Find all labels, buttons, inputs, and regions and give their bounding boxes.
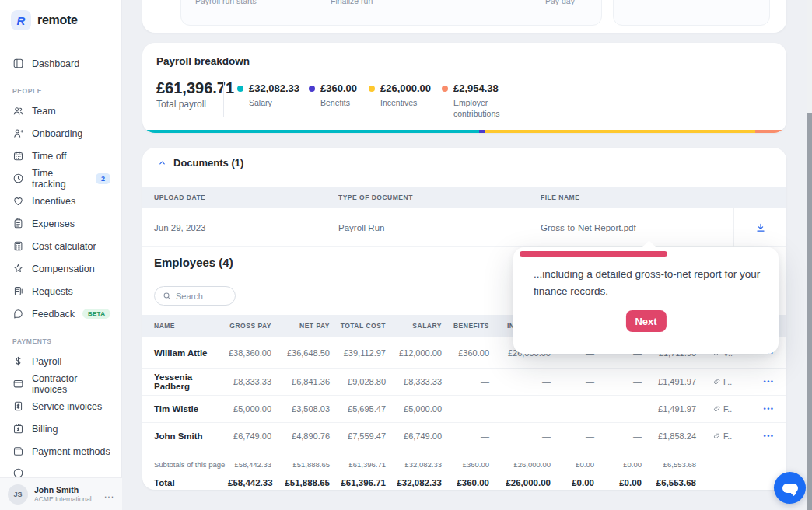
row-actions-button[interactable]: ••• bbox=[764, 378, 775, 386]
document-upload-date: Jun 29, 2023 bbox=[142, 223, 338, 232]
sidebar-item-time-tracking[interactable]: Time tracking 2 bbox=[0, 167, 121, 190]
clock-icon bbox=[12, 173, 24, 184]
tour-tooltip: ...including a detailed gross-to-net rep… bbox=[513, 247, 779, 354]
column-header: NAME bbox=[142, 322, 228, 330]
payroll-breakdown-stacked-bar bbox=[142, 130, 786, 133]
paperclip-icon bbox=[713, 378, 721, 386]
remote-logo[interactable]: R remote bbox=[0, 0, 121, 38]
user-plus-icon bbox=[12, 128, 24, 139]
payroll-timeline-card: Payroll run starts Finalize run Pay day bbox=[142, 0, 786, 33]
employer-contributions-dot-icon bbox=[442, 86, 448, 92]
remote-logo-icon: R bbox=[11, 10, 31, 30]
sidebar-section-people: PEOPLE bbox=[12, 87, 109, 95]
sidebar-item-contractor-invoices[interactable]: Contractor invoices bbox=[0, 372, 121, 395]
total-row: Total £58,442.33 £51,888.65 £61,396.71 £… bbox=[142, 473, 786, 490]
sidebar: R remote Dashboard PEOPLE Team Onboardin… bbox=[0, 0, 122, 510]
documents-collapse-toggle[interactable]: Documents (1) bbox=[158, 157, 243, 169]
sidebar-item-dashboard[interactable]: Dashboard bbox=[0, 52, 121, 75]
scrollbar-thumb[interactable] bbox=[807, 113, 812, 510]
download-icon bbox=[755, 222, 766, 233]
download-button[interactable] bbox=[733, 208, 786, 247]
attachment-cell[interactable]: F.. bbox=[701, 404, 751, 414]
incentives-amount: £26,000.00 bbox=[380, 82, 431, 94]
scrollbar-track[interactable] bbox=[807, 0, 812, 510]
team-icon bbox=[12, 105, 24, 117]
column-header: SALARY bbox=[390, 322, 446, 330]
sidebar-item-label: Billing bbox=[32, 424, 58, 435]
invoice-icon bbox=[12, 400, 24, 412]
legend-employer-contributions: £2,954.38 Employer contributions bbox=[442, 82, 517, 119]
star-icon bbox=[12, 263, 24, 274]
attachment-cell[interactable]: F.. bbox=[701, 377, 751, 386]
timeline-step-label: Pay day bbox=[545, 0, 575, 5]
sidebar-item-onboarding[interactable]: Onboarding bbox=[0, 122, 121, 145]
column-header: TOTAL COST bbox=[334, 322, 390, 330]
sidebar-item-feedback[interactable]: Feedback BETA bbox=[0, 302, 121, 325]
benefits-amount: £360.00 bbox=[320, 82, 357, 94]
benefits-dot-icon bbox=[309, 86, 315, 92]
sidebar-item-label: Incentives bbox=[32, 196, 75, 207]
sidebar-item-label: Payment methods bbox=[32, 446, 110, 457]
timeline-side-panel bbox=[613, 0, 770, 26]
table-row[interactable]: John Smith £6,749.00 £4,890.76 £7,559.47… bbox=[142, 422, 786, 449]
row-actions-button[interactable]: ••• bbox=[764, 405, 775, 413]
avatar: JS bbox=[8, 484, 28, 505]
sidebar-item-label: Expenses bbox=[32, 218, 75, 229]
next-button[interactable]: Next bbox=[625, 310, 666, 332]
sidebar-item-requests[interactable]: Requests bbox=[0, 280, 121, 302]
legend-incentives: £26,000.00 Incentives bbox=[369, 82, 431, 108]
sidebar-item-time-off[interactable]: Time off bbox=[0, 145, 121, 167]
row-actions-button[interactable]: ••• bbox=[764, 432, 775, 440]
sidebar-item-label: Onboarding bbox=[32, 128, 82, 139]
sidebar-item-label: Time off bbox=[32, 151, 66, 162]
sidebar-item-label: Feedback bbox=[32, 309, 75, 320]
sidebar-item-service-invoices[interactable]: Service invoices bbox=[0, 395, 121, 417]
chat-bubble-outline-icon bbox=[12, 308, 24, 320]
sidebar-user[interactable]: JS John Smith ACME International ... bbox=[0, 477, 122, 510]
documents-title: Documents (1) bbox=[173, 157, 243, 169]
document-row[interactable]: Jun 29, 2023 Payroll Run Gross-to-Net Re… bbox=[142, 208, 786, 247]
employer-contributions-amount: £2,954.38 bbox=[453, 82, 499, 94]
sidebar-item-billing[interactable]: Billing bbox=[0, 417, 121, 440]
divider bbox=[223, 80, 224, 117]
sidebar-item-label: Cost calculator bbox=[32, 241, 96, 252]
employee-name: William Attie bbox=[142, 348, 228, 358]
documents-table-header: UPLOAD DATE TYPE OF DOCUMENT FILE NAME bbox=[142, 187, 786, 208]
feedback-beta-badge: BETA bbox=[82, 309, 110, 319]
sidebar-item-label: Time tracking bbox=[32, 168, 88, 190]
sidebar-item-label: Payroll bbox=[32, 356, 61, 367]
table-row[interactable]: Yessenia Padberg £8,333.33 £6,841.36 £9,… bbox=[142, 368, 786, 395]
attachment-cell[interactable]: F.. bbox=[701, 431, 751, 441]
sidebar-item-incentives[interactable]: Incentives bbox=[0, 190, 121, 212]
heart-icon bbox=[12, 195, 24, 207]
sidebar-item-payment-methods[interactable]: Payment methods bbox=[0, 440, 121, 463]
sidebar-item-label: Dashboard bbox=[32, 58, 79, 69]
bar-segment-salary bbox=[142, 130, 479, 133]
sidebar-item-label: Compensation bbox=[32, 264, 95, 274]
search-input[interactable] bbox=[176, 292, 222, 301]
legend-salary: £32,082.33 Salary bbox=[237, 82, 299, 108]
bar-segment-incentives bbox=[485, 130, 756, 133]
timeline-steps-panel: Payroll run starts Finalize run Pay day bbox=[180, 0, 602, 26]
payroll-breakdown-card: Payroll breakdown £61,396.71 Total payro… bbox=[142, 43, 786, 133]
incentives-dot-icon bbox=[369, 86, 375, 92]
sidebar-item-cost-calculator[interactable]: Cost calculator bbox=[0, 235, 121, 257]
table-row[interactable]: Tim Wistie £5,000.00 £3,508.03 £5,695.47… bbox=[142, 395, 786, 422]
employee-name: Yessenia Padberg bbox=[142, 372, 228, 391]
tooltip-text: ...including a detailed gross-to-net rep… bbox=[534, 266, 761, 299]
salary-dot-icon bbox=[237, 86, 243, 92]
sidebar-item-expenses[interactable]: Expenses bbox=[0, 212, 121, 235]
search-icon bbox=[163, 292, 171, 300]
column-header: NET PAY bbox=[276, 322, 334, 330]
sidebar-item-compensation[interactable]: Compensation bbox=[0, 257, 121, 280]
document-icon bbox=[12, 285, 24, 297]
sidebar-item-team[interactable]: Team bbox=[0, 100, 121, 122]
clipboard-icon bbox=[12, 218, 24, 229]
total-label: Total bbox=[142, 478, 228, 487]
chat-widget-button[interactable] bbox=[774, 472, 806, 504]
payroll-breakdown-title: Payroll breakdown bbox=[156, 55, 250, 67]
sidebar-item-payroll[interactable]: Payroll bbox=[0, 350, 121, 372]
user-menu-button[interactable]: ... bbox=[104, 489, 114, 500]
employer-contributions-label: Employer contributions bbox=[453, 97, 517, 119]
employee-search[interactable] bbox=[154, 286, 236, 306]
